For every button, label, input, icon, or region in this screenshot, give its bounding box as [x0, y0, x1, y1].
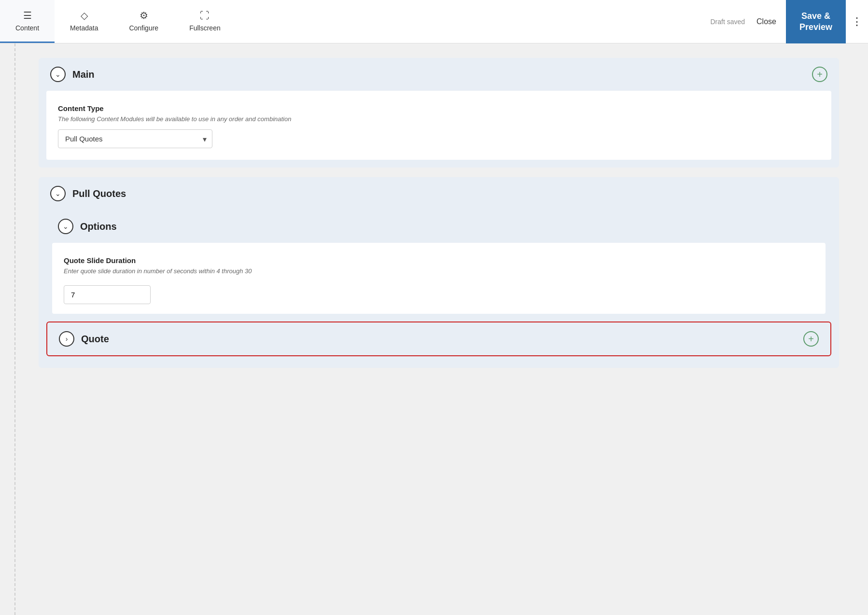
pull-quotes-section-card: ⌄ Pull Quotes ⌄ Options Quote Slide Dura…	[39, 177, 839, 368]
metadata-icon: ◇	[81, 10, 88, 21]
draft-saved-status: Draft saved	[710, 18, 745, 26]
options-section-title: Options	[80, 221, 117, 232]
nav-right-area: Draft saved Close	[700, 0, 786, 43]
tab-content[interactable]: ☰ Content	[0, 0, 55, 43]
sidebar-dashes	[0, 43, 29, 615]
more-options-button[interactable]: ⋮	[846, 0, 868, 43]
configure-icon: ⚙	[140, 10, 148, 21]
tab-metadata[interactable]: ◇ Metadata	[55, 0, 113, 43]
main-section-body: Content Type The following Content Modul…	[46, 91, 831, 160]
content-type-label: Content Type	[58, 104, 820, 112]
content-type-select[interactable]: Pull Quotes	[58, 129, 212, 148]
pull-quotes-nested-area: ⌄ Options Quote Slide Duration Enter quo…	[46, 210, 831, 356]
main-collapse-button[interactable]: ⌄	[50, 67, 66, 82]
content-type-select-wrapper: Pull Quotes ▾	[58, 129, 212, 148]
main-section-card: ⌄ Main + Content Type The following Cont…	[39, 58, 839, 168]
content-area: ⌄ Main + Content Type The following Cont…	[29, 43, 868, 615]
quote-section-header: › Quote +	[47, 322, 830, 355]
options-nested-section: ⌄ Options Quote Slide Duration Enter quo…	[46, 210, 831, 314]
tab-configure[interactable]: ⚙ Configure	[113, 0, 174, 43]
tab-fullscreen-label: Fullscreen	[189, 24, 221, 32]
quote-slide-duration-description: Enter quote slide duration in number of …	[64, 267, 814, 275]
quote-collapse-button[interactable]: ›	[59, 331, 74, 347]
main-section-header: ⌄ Main +	[39, 58, 839, 91]
page-wrapper: ⌄ Main + Content Type The following Cont…	[0, 43, 868, 615]
tab-metadata-label: Metadata	[70, 24, 98, 32]
save-preview-button[interactable]: Save &Preview	[786, 0, 846, 43]
options-section-header: ⌄ Options	[46, 210, 831, 243]
pull-quotes-section-header: ⌄ Pull Quotes	[39, 177, 839, 210]
content-icon: ☰	[23, 10, 32, 21]
quote-section-card: › Quote +	[46, 321, 831, 356]
tab-content-label: Content	[15, 24, 39, 32]
pull-quotes-section-title: Pull Quotes	[72, 188, 126, 199]
fullscreen-icon: ⛶	[200, 10, 210, 21]
close-button[interactable]: Close	[756, 17, 776, 26]
quote-section-title: Quote	[81, 334, 109, 345]
quote-slide-duration-input[interactable]	[64, 285, 151, 304]
tab-fullscreen[interactable]: ⛶ Fullscreen	[174, 0, 236, 43]
quote-slide-duration-label: Quote Slide Duration	[64, 256, 814, 265]
options-collapse-button[interactable]: ⌄	[58, 219, 73, 234]
main-add-button[interactable]: +	[812, 67, 827, 82]
quote-add-button[interactable]: +	[803, 331, 819, 347]
tab-configure-label: Configure	[129, 24, 158, 32]
content-type-description: The following Content Modules will be av…	[58, 115, 820, 123]
main-section-title: Main	[72, 69, 95, 80]
pull-quotes-collapse-button[interactable]: ⌄	[50, 186, 66, 201]
options-section-body: Quote Slide Duration Enter quote slide d…	[52, 243, 826, 314]
top-navigation: ☰ Content ◇ Metadata ⚙ Configure ⛶ Fulls…	[0, 0, 868, 43]
